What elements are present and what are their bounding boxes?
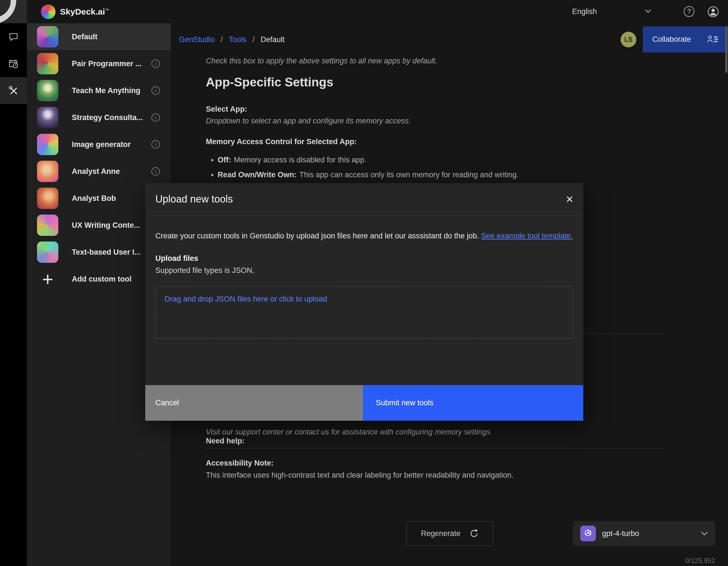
close-icon[interactable]: × xyxy=(566,193,573,205)
tool-avatar xyxy=(37,107,58,128)
supported-filetypes-note: Supported file types is JSON. xyxy=(155,266,573,275)
breadcrumb-tools[interactable]: Tools xyxy=(229,35,246,44)
brand-name: SkyDeck.ai™ xyxy=(60,7,109,17)
topbar: SkyDeck.ai™ English ? xyxy=(0,0,728,23)
rail-schedule-button[interactable] xyxy=(0,50,27,77)
tool-avatar xyxy=(37,134,58,155)
memory-option-off: Off:Memory access is disabled for this a… xyxy=(218,156,519,164)
skydeck-logo-icon xyxy=(41,4,56,19)
breadcrumb: GenStudio / Tools / Default xyxy=(179,35,285,44)
info-icon[interactable]: i xyxy=(151,167,160,176)
tool-avatar xyxy=(37,161,58,182)
rail-tools-button[interactable] xyxy=(0,77,27,104)
info-icon[interactable]: i xyxy=(151,140,160,149)
example-template-link[interactable]: See example tool template. xyxy=(481,232,573,240)
breadcrumb-current: Default xyxy=(261,35,285,44)
modal-header: Upload new tools × xyxy=(145,183,583,215)
info-icon[interactable]: i xyxy=(151,86,160,95)
regenerate-button[interactable]: Regenerate xyxy=(406,521,493,546)
page-title: App-Specific Settings xyxy=(206,75,333,89)
language-selector[interactable]: English xyxy=(572,0,597,23)
sidebar-item-label: Default xyxy=(72,33,98,41)
sidebar-item-label: Pair Programmer ... xyxy=(72,59,142,68)
sidebar-item-strategy-consultant[interactable]: Strategy Consulta... i xyxy=(27,104,171,131)
language-label: English xyxy=(572,7,597,16)
sidebar-item-label: Text-based User I... xyxy=(72,248,141,257)
token-counter: 0/125,952 xyxy=(685,557,715,565)
cancel-button[interactable]: Cancel xyxy=(145,385,363,421)
help-button[interactable]: ? xyxy=(684,6,694,17)
tool-avatar xyxy=(37,26,58,47)
sidebar-item-label: Image generator xyxy=(72,140,131,149)
help-icon: ? xyxy=(684,6,694,17)
need-help-description: Visit our support center or contact us f… xyxy=(206,428,492,436)
select-app-description: Dropdown to select an app and configure … xyxy=(206,117,411,125)
modal-footer: Cancel Submit new tools xyxy=(145,385,583,421)
tool-avatar xyxy=(37,80,58,101)
model-selector[interactable]: gpt-4-turbo xyxy=(573,521,715,546)
sidebar-item-label: UX Writing Conte... xyxy=(72,221,140,230)
upload-files-label: Upload files xyxy=(155,254,573,263)
tool-avatar xyxy=(37,53,58,74)
breadcrumb-separator: / xyxy=(221,35,223,44)
profile-button[interactable] xyxy=(707,6,719,18)
collaborate-button[interactable]: Collaborate xyxy=(643,26,728,52)
accessibility-description: This interface uses high-contrast text a… xyxy=(206,471,513,480)
sidebar-item-label: Teach Me Anything xyxy=(72,86,140,95)
user-avatar[interactable]: LS xyxy=(621,32,636,47)
schedule-icon xyxy=(8,58,19,69)
modal-body: Create your custom tools in Genstudio by… xyxy=(145,215,583,339)
info-icon[interactable]: i xyxy=(151,113,160,122)
scrollbar-thumb[interactable] xyxy=(725,27,727,73)
skydeck-logo-mark xyxy=(0,0,27,23)
breadcrumb-separator: / xyxy=(252,35,255,44)
rail-chat-button[interactable] xyxy=(0,23,27,50)
profile-icon xyxy=(707,6,719,18)
upload-tools-modal: Upload new tools × Create your custom to… xyxy=(145,183,583,421)
sidebar-item-default[interactable]: Default xyxy=(27,23,171,50)
tool-avatar xyxy=(37,241,58,263)
trademark: ™ xyxy=(105,8,109,12)
default-settings-note: Check this box to apply the above settin… xyxy=(206,57,437,65)
sidebar-item-label: Analyst Anne xyxy=(72,167,120,176)
modal-title: Upload new tools xyxy=(155,193,233,205)
file-dropzone[interactable]: Drag and drop JSON files here or click t… xyxy=(155,286,573,339)
sidebar-item-label: Analyst Bob xyxy=(72,194,116,203)
tool-avatar xyxy=(37,188,58,209)
chevron-down-icon xyxy=(701,532,708,536)
icon-rail xyxy=(0,23,27,566)
sidebar-item-label: Strategy Consulta... xyxy=(72,113,143,122)
submit-new-tools-button[interactable]: Submit new tools xyxy=(363,385,583,421)
sidebar-item-teach-me-anything[interactable]: Teach Me Anything i xyxy=(27,77,171,104)
memory-access-options: Off:Memory access is disabled for this a… xyxy=(206,156,519,185)
refresh-icon xyxy=(469,529,478,538)
tool-avatar xyxy=(37,215,58,236)
breadcrumb-genstudio[interactable]: GenStudio xyxy=(179,35,215,44)
collaborate-icon xyxy=(707,35,718,44)
sidebar-item-pair-programmer[interactable]: Pair Programmer ... i xyxy=(27,50,171,77)
brand: SkyDeck.ai™ xyxy=(41,0,109,23)
need-help-label: Need help: xyxy=(206,437,245,445)
memory-option-read-own: Read Own/Write Own:This app can access o… xyxy=(218,171,519,179)
select-app-label: Select App: xyxy=(206,105,247,114)
dropzone-label: Drag and drop JSON files here or click t… xyxy=(165,295,327,303)
chat-icon xyxy=(8,31,19,42)
info-icon[interactable]: i xyxy=(151,59,160,68)
sidebar-item-image-generator[interactable]: Image generator i xyxy=(27,131,171,158)
model-name: gpt-4-turbo xyxy=(602,529,639,538)
modal-description: Create your custom tools in Genstudio by… xyxy=(155,230,573,242)
openai-icon xyxy=(580,526,596,541)
sidebar-item-analyst-anne[interactable]: Analyst Anne i xyxy=(27,158,171,185)
collaborate-label: Collaborate xyxy=(652,35,691,44)
accessibility-label: Accessibility Note: xyxy=(206,459,274,468)
chevron-down-icon[interactable] xyxy=(645,9,651,13)
regenerate-label: Regenerate xyxy=(421,529,460,538)
plus-icon: + xyxy=(37,270,58,289)
memory-access-label: Memory Access Control for Selected App: xyxy=(206,137,357,146)
tools-icon xyxy=(8,85,19,96)
sidebar-item-label: Add custom tool xyxy=(72,275,132,284)
